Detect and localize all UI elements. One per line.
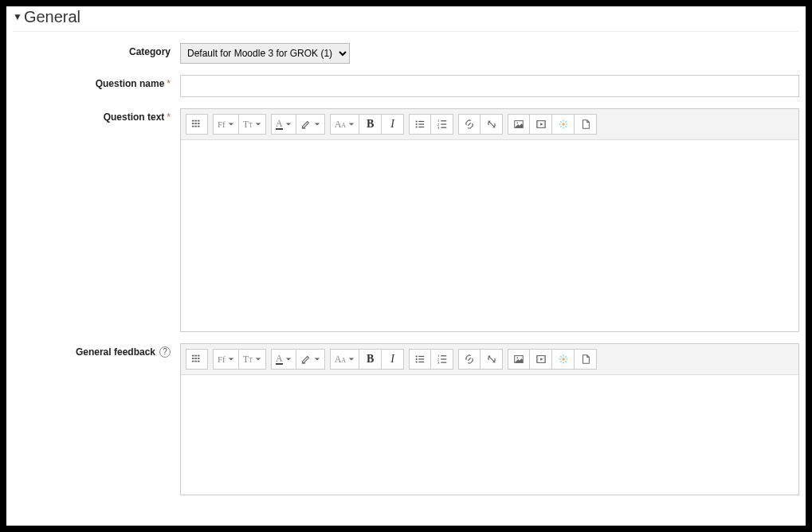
highlight-button[interactable] (296, 349, 325, 370)
font-size-icon: TT (243, 354, 253, 366)
help-icon[interactable]: ? (159, 346, 171, 358)
svg-text:3: 3 (437, 126, 440, 130)
svg-rect-21 (441, 127, 446, 128)
svg-rect-43 (194, 361, 197, 362)
svg-rect-15 (418, 127, 424, 127)
editor-toolbar: Ff TT A (181, 344, 798, 375)
svg-line-33 (565, 126, 566, 127)
font-family-button[interactable]: Ff (213, 114, 239, 135)
svg-rect-26 (543, 121, 545, 128)
equation-button[interactable] (552, 349, 575, 370)
svg-rect-5 (198, 123, 200, 124)
toolbar-toggle-button[interactable] (186, 114, 208, 135)
row-question-name: Question name* (13, 75, 799, 97)
unlink-icon (486, 119, 497, 130)
svg-text:3: 3 (437, 361, 440, 365)
italic-button[interactable]: I (382, 349, 404, 370)
svg-rect-36 (192, 355, 194, 357)
link-button[interactable] (458, 114, 481, 135)
svg-point-63 (562, 358, 565, 361)
link-button[interactable] (458, 349, 481, 370)
svg-rect-17 (441, 120, 446, 121)
label-question-text: Question text* (13, 108, 180, 123)
font-size-button[interactable]: TT (239, 114, 266, 135)
bullet-list-button[interactable] (409, 349, 431, 370)
row-question-text: Question text* Ff (13, 108, 799, 332)
svg-rect-47 (418, 356, 424, 357)
image-button[interactable] (508, 114, 530, 135)
section-general-toggle[interactable]: ▼ General (13, 6, 799, 32)
image-button[interactable] (508, 349, 530, 370)
svg-point-10 (416, 120, 418, 122)
chevron-down-icon (348, 356, 355, 362)
html-source-button[interactable] (575, 114, 597, 135)
question-text-body[interactable] (181, 140, 798, 331)
svg-line-32 (560, 121, 561, 122)
svg-rect-53 (441, 355, 446, 356)
question-name-input[interactable] (180, 75, 799, 97)
label-question-name: Question name* (13, 75, 180, 89)
svg-line-35 (565, 121, 566, 122)
html-source-button[interactable] (575, 349, 597, 370)
chevron-down-icon (255, 121, 261, 127)
highlight-icon (300, 119, 312, 130)
required-icon: * (167, 111, 171, 123)
svg-rect-11 (418, 121, 424, 122)
media-button[interactable] (530, 114, 552, 135)
general-feedback-editor: Ff TT A (180, 343, 799, 495)
category-select[interactable]: Default for Moodle 3 for GROK (1) (180, 43, 350, 64)
number-list-button[interactable]: 123 (431, 349, 453, 370)
svg-rect-38 (198, 355, 200, 357)
grid-icon (191, 119, 202, 130)
svg-line-68 (560, 356, 561, 357)
list-ol-icon: 123 (437, 354, 448, 365)
media-icon (535, 119, 547, 130)
question-text-editor: Ff TT A (180, 108, 799, 332)
chevron-down-icon (285, 121, 292, 127)
chevron-down-icon (285, 356, 292, 362)
highlight-button[interactable] (296, 114, 325, 135)
italic-button[interactable]: I (382, 114, 404, 135)
font-color-button[interactable]: A (271, 349, 296, 370)
label-general-feedback: General feedback ? (13, 343, 180, 358)
general-feedback-body[interactable] (181, 375, 798, 495)
label-category: Category (13, 43, 180, 57)
svg-rect-2 (198, 120, 200, 122)
bullet-list-button[interactable] (409, 114, 431, 135)
caret-down-icon: ▼ (13, 12, 22, 22)
link-icon (464, 354, 475, 365)
chevron-down-icon (314, 356, 320, 362)
font-family-button[interactable]: Ff (213, 349, 239, 370)
paragraph-format-button[interactable]: AA (330, 114, 359, 135)
font-family-icon: Ff (218, 119, 226, 129)
svg-line-69 (565, 361, 566, 362)
svg-rect-3 (192, 123, 194, 124)
list-ul-icon (414, 119, 426, 130)
svg-rect-39 (192, 358, 194, 359)
svg-rect-4 (194, 123, 197, 124)
svg-point-59 (517, 357, 519, 358)
svg-rect-57 (441, 362, 446, 363)
section-title: General (24, 8, 80, 26)
list-ul-icon (414, 354, 426, 365)
unlink-button[interactable] (481, 114, 503, 135)
svg-rect-40 (194, 358, 197, 359)
font-size-button[interactable]: TT (239, 349, 266, 370)
svg-point-46 (416, 355, 418, 357)
number-list-button[interactable]: 123 (431, 114, 453, 135)
row-category: Category Default for Moodle 3 for GROK (… (13, 43, 799, 64)
svg-point-27 (562, 123, 565, 126)
chevron-down-icon (228, 356, 234, 362)
toolbar-toggle-button[interactable] (186, 349, 208, 370)
unlink-button[interactable] (481, 349, 503, 370)
equation-button[interactable] (552, 114, 575, 135)
paragraph-format-button[interactable]: AA (330, 349, 359, 370)
font-color-icon: A (276, 119, 283, 130)
row-general-feedback: General feedback ? Ff (13, 343, 799, 495)
grid-icon (191, 354, 202, 365)
bold-button[interactable]: B (359, 349, 382, 370)
chevron-down-icon (314, 121, 320, 127)
bold-button[interactable]: B (359, 114, 382, 135)
font-color-button[interactable]: A (271, 114, 296, 135)
media-button[interactable] (530, 349, 552, 370)
